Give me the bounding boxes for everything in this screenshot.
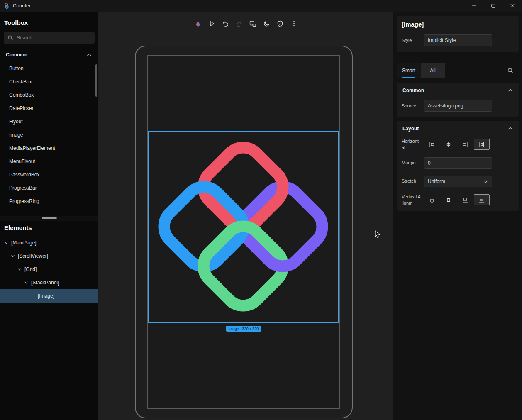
design-canvas: Image - 320 x 320	[98, 12, 393, 420]
source-label: Source	[402, 103, 421, 109]
close-button[interactable]	[503, 0, 522, 12]
valign-top-button[interactable]	[424, 194, 440, 205]
toolbox-item-image[interactable]: Image	[0, 128, 98, 142]
chevron-up-icon	[508, 126, 513, 131]
section-label: Common	[6, 52, 27, 58]
tree-item-stackpanel[interactable]: [StackPanel]	[0, 276, 98, 289]
moon-icon	[263, 20, 270, 27]
toolbox-item-progressring[interactable]: ProgressRing	[0, 195, 98, 208]
flame-icon	[195, 20, 202, 27]
tree-item-scrollviewer[interactable]: [ScrollViewer]	[0, 249, 98, 263]
valign-bottom-button[interactable]	[457, 194, 473, 205]
source-input[interactable]	[424, 100, 492, 112]
toolbox-item-combobox[interactable]: ComboBox	[0, 88, 98, 102]
style-input[interactable]	[424, 34, 492, 46]
stretch-select[interactable]: Uniform	[424, 176, 492, 187]
section-common-header[interactable]: Common	[402, 88, 514, 93]
halign-center-button[interactable]	[441, 139, 456, 150]
elements-tree: [MainPage] [ScrollViewer] [Grid] [StackP…	[0, 236, 98, 303]
valign-center-button[interactable]	[441, 194, 456, 205]
halign-left-button[interactable]	[424, 139, 440, 150]
undo-button[interactable]	[220, 19, 230, 29]
elements-title: Elements	[0, 221, 98, 236]
horizontal-alignment-label: Horizontal	[402, 138, 421, 151]
window-controls	[465, 0, 522, 12]
margin-input[interactable]	[424, 157, 492, 169]
maximize-button[interactable]	[484, 0, 503, 12]
align-center-vertical-icon	[445, 197, 452, 203]
chevron-down-icon[interactable]	[11, 254, 15, 258]
panel-splitter[interactable]	[0, 216, 98, 221]
section-common: Common Source	[397, 83, 519, 117]
canvas-toolbar	[193, 19, 299, 29]
search-icon	[7, 35, 13, 41]
close-icon	[510, 4, 515, 8]
minimize-button[interactable]	[465, 0, 484, 12]
chevron-down-icon	[483, 179, 488, 184]
properties-search-button[interactable]	[507, 67, 514, 74]
left-sidebar: Toolbox Common ButtonCheckBoxComboBoxDat…	[0, 12, 98, 420]
toolbox-search[interactable]	[4, 32, 95, 44]
toolbox-panel: Toolbox Common ButtonCheckBoxComboBoxDat…	[0, 12, 98, 216]
tree-item-mainpage[interactable]: [MainPage]	[0, 236, 98, 249]
valign-stretch-button[interactable]	[474, 194, 490, 205]
align-stretch-vertical-icon	[478, 197, 485, 203]
undo-icon	[222, 20, 229, 27]
tab-smart[interactable]: Smart	[397, 63, 421, 78]
toolbox-title: Toolbox	[0, 12, 98, 32]
redo-icon	[236, 20, 242, 27]
chevron-down-icon[interactable]	[4, 241, 8, 245]
section-layout: Layout Horizontal Margin	[397, 121, 519, 211]
app-icon	[4, 3, 10, 9]
toolbox-item-button[interactable]: Button	[0, 62, 98, 75]
section-layout-header[interactable]: Layout	[402, 126, 514, 132]
mouse-cursor	[375, 230, 381, 238]
validation-button[interactable]	[275, 19, 285, 29]
toolbox-scrollbar[interactable]	[95, 64, 97, 97]
search-icon	[507, 67, 514, 74]
toolbox-item-passwordbox[interactable]: PasswordBox	[0, 168, 98, 181]
horizontal-alignment-group	[424, 139, 490, 150]
toolbox-section-common[interactable]: Common	[0, 52, 98, 58]
vertical-alignment-label: Vertical Alignm	[402, 194, 421, 206]
section-layout-title: Layout	[402, 126, 419, 132]
halign-right-button[interactable]	[457, 139, 473, 150]
toolbox-item-datepicker[interactable]: DatePicker	[0, 102, 98, 115]
properties-tabs: Smart All	[397, 63, 519, 78]
vertical-alignment-group	[424, 194, 490, 205]
chevron-up-icon	[508, 88, 513, 93]
play-button[interactable]	[207, 19, 217, 29]
selection-overlay[interactable]	[148, 131, 339, 323]
elements-panel: Elements [MainPage] [ScrollViewer] [Grid…	[0, 221, 98, 420]
splitter-grip-icon	[42, 217, 57, 219]
chevron-up-icon	[87, 52, 92, 57]
stretch-value: Uniform	[428, 178, 445, 184]
style-label: Style	[402, 37, 421, 44]
more-options-button[interactable]	[289, 19, 299, 29]
tree-item-grid[interactable]: [Grid]	[0, 263, 98, 276]
properties-header-card: [Image] Style	[397, 16, 519, 52]
theme-toggle-button[interactable]	[261, 19, 271, 29]
toolbox-item-flyout[interactable]: Flyout	[0, 115, 98, 128]
element-picker-button[interactable]	[248, 19, 258, 29]
element-picker-icon	[249, 20, 256, 27]
align-stretch-horizontal-icon	[478, 141, 485, 148]
toolbox-item-menuflyout[interactable]: MenuFlyout	[0, 155, 98, 168]
chevron-down-icon[interactable]	[17, 267, 22, 271]
toolbox-item-progressbar[interactable]: ProgressBar	[0, 181, 98, 195]
redo-button[interactable]	[234, 19, 244, 29]
hot-reload-button[interactable]	[193, 19, 203, 29]
align-top-icon	[429, 197, 435, 203]
tab-all[interactable]: All	[421, 63, 445, 78]
properties-panel: [Image] Style Smart All Common Source La…	[393, 12, 522, 420]
tree-item-image[interactable]: [Image]	[0, 289, 98, 303]
toolbox-item-mediaplayerelement[interactable]: MediaPlayerElement	[0, 142, 98, 155]
stretch-label: Stretch	[402, 178, 421, 184]
halign-stretch-button[interactable]	[474, 139, 490, 150]
margin-label: Margin	[402, 160, 421, 166]
search-input[interactable]	[17, 35, 91, 41]
align-center-horizontal-icon	[445, 141, 452, 148]
maximize-icon	[491, 4, 495, 8]
chevron-down-icon[interactable]	[24, 281, 28, 285]
toolbox-item-checkbox[interactable]: CheckBox	[0, 75, 98, 88]
